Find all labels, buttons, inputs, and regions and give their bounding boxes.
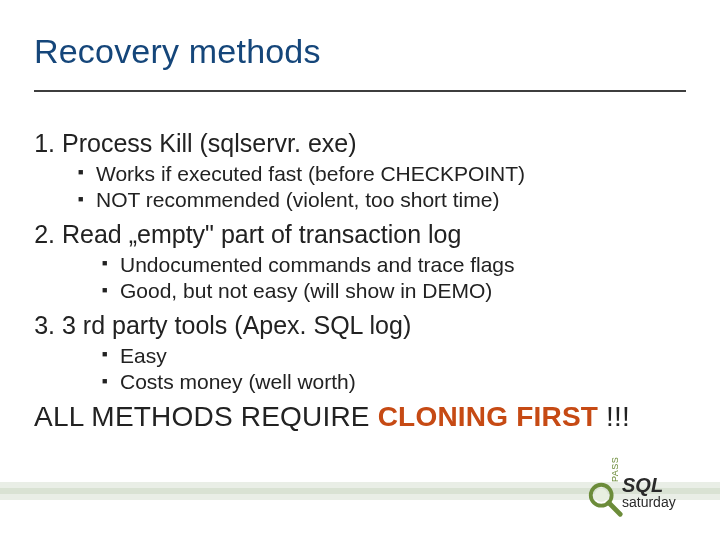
final-prefix: ALL METHODS REQUIRE (34, 401, 378, 432)
sub-list: Easy Costs money (well worth) (62, 343, 686, 396)
sub-item: Costs money (well worth) (102, 369, 686, 395)
slide: Recovery methods Process Kill (sqlservr.… (0, 0, 720, 540)
item-head: Read „empty" part of transaction log (62, 220, 461, 248)
svg-point-2 (595, 489, 608, 502)
sub-list: Undocumented commands and trace flags Go… (62, 252, 686, 305)
svg-line-1 (609, 503, 620, 514)
sub-item: NOT recommended (violent, too short time… (78, 187, 686, 213)
title-divider (34, 90, 686, 92)
final-note: ALL METHODS REQUIRE CLONING FIRST !!! (34, 401, 686, 433)
sub-item: Works if executed fast (before CHECKPOIN… (78, 161, 686, 187)
sub-item: Undocumented commands and trace flags (102, 252, 686, 278)
logo-big: SQL (622, 474, 663, 496)
content-area: Process Kill (sqlservr. exe) Works if ex… (34, 128, 686, 433)
final-suffix: !!! (598, 401, 630, 432)
logo-side-text: PASS (610, 457, 620, 482)
logo-text: SQL saturday (622, 476, 676, 509)
list-item: 3 rd party tools (Apex. SQL log) Easy Co… (62, 310, 686, 395)
item-head: Process Kill (sqlservr. exe) (62, 129, 357, 157)
final-emphasis: CLONING FIRST (378, 401, 598, 432)
list-item: Process Kill (sqlservr. exe) Works if ex… (62, 128, 686, 213)
list-item: Read „empty" part of transaction log Und… (62, 219, 686, 304)
sub-list: Works if executed fast (before CHECKPOIN… (62, 161, 686, 214)
sub-item: Easy (102, 343, 686, 369)
sub-item: Good, but not easy (will show in DEMO) (102, 278, 686, 304)
sql-saturday-logo: PASS SQL saturday (586, 474, 702, 526)
item-head: 3 rd party tools (Apex. SQL log) (62, 311, 411, 339)
page-title: Recovery methods (34, 32, 321, 71)
magnifier-icon (586, 480, 624, 518)
logo-small: saturday (622, 496, 676, 509)
main-list: Process Kill (sqlservr. exe) Works if ex… (34, 128, 686, 395)
